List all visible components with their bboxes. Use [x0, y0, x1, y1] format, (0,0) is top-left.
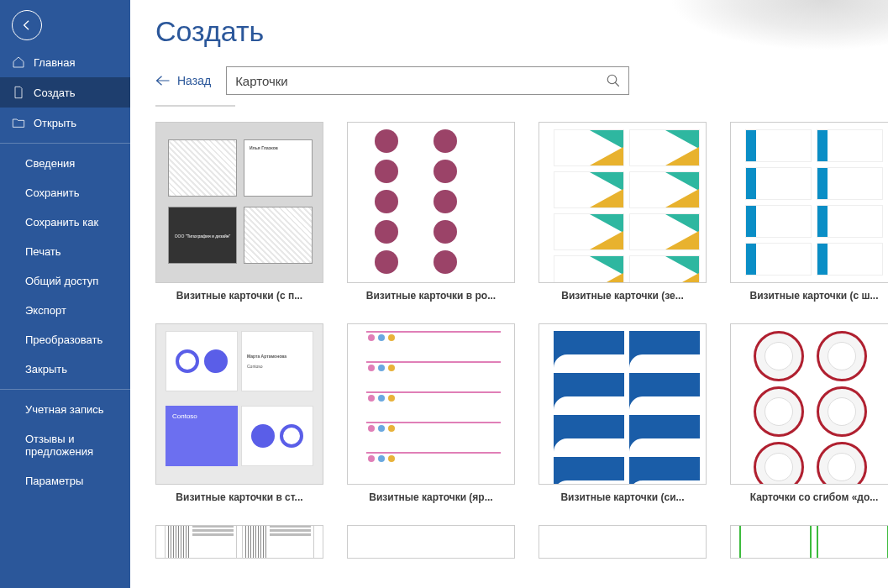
search-input[interactable]	[227, 74, 598, 88]
template-thumbnail	[347, 525, 515, 559]
nav-print-label: Печать	[25, 245, 61, 258]
template-item[interactable]: Илья Глазков ООО "Типография и дизайн" В…	[155, 122, 323, 302]
search-back-button[interactable]: Назад	[155, 74, 211, 87]
template-item[interactable]: Визитные карточки в ро...	[347, 122, 515, 302]
template-label: Визитные карточки в ро...	[347, 290, 515, 302]
search-button[interactable]	[598, 67, 628, 94]
template-thumbnail	[539, 323, 707, 485]
nav-saveas[interactable]: Сохранить как	[0, 207, 130, 237]
nav-export-label: Экспорт	[25, 304, 66, 317]
template-item[interactable]: Карточки со сгибом «до...	[730, 323, 888, 503]
nav-close[interactable]: Закрыть	[0, 354, 130, 384]
template-label: Визитные карточки (яр...	[347, 491, 515, 503]
template-item[interactable]: Марта АртамоноваContoso Contoso Визитные…	[155, 323, 323, 503]
nav-info-label: Сведения	[25, 157, 75, 170]
template-item[interactable]: Визитные карточки (си...	[539, 323, 707, 503]
arrow-left-icon	[20, 18, 34, 32]
nav-transform[interactable]: Преобразовать	[0, 325, 130, 354]
template-thumbnail	[155, 525, 323, 559]
main-panel: Создать Назад Илья Глазков ООО "Типограф…	[130, 0, 888, 588]
nav-save[interactable]: Сохранить	[0, 178, 130, 207]
template-label: Визитные карточки (си...	[539, 491, 707, 503]
document-icon	[12, 86, 25, 99]
template-label: Визитные карточки (с ш...	[730, 290, 888, 302]
template-item[interactable]: Визитные карточки (зе...	[539, 122, 707, 302]
nav-open-label: Открыть	[34, 117, 76, 129]
template-label: Визитные карточки (зе...	[539, 290, 707, 302]
template-item[interactable]	[730, 525, 888, 565]
nav-print[interactable]: Печать	[0, 237, 130, 266]
search-back-label: Назад	[177, 74, 211, 87]
template-thumbnail	[730, 122, 888, 283]
template-label: Карточки со сгибом «до...	[730, 491, 888, 503]
template-thumbnail: Марта АртамоноваContoso Contoso	[155, 323, 323, 485]
nav-create-label: Создать	[34, 87, 75, 99]
template-thumbnail	[730, 323, 888, 485]
nav-info[interactable]: Сведения	[0, 149, 130, 178]
nav-saveas-label: Сохранить как	[25, 216, 98, 228]
template-item[interactable]	[347, 525, 515, 565]
template-label: Визитные карточки (с п...	[155, 290, 323, 302]
template-item[interactable]	[539, 525, 707, 565]
svg-point-0	[607, 75, 617, 84]
nav-share-label: Общий доступ	[25, 275, 98, 287]
template-thumbnail: Илья Глазков ООО "Типография и дизайн"	[155, 122, 323, 283]
arrow-left-icon	[155, 76, 171, 86]
home-icon	[12, 55, 25, 69]
nav-options[interactable]: Параметры	[0, 466, 130, 496]
template-item[interactable]	[155, 525, 323, 565]
nav-separator-2	[0, 389, 130, 390]
folder-open-icon	[12, 116, 25, 129]
template-item[interactable]: Визитные карточки (с ш...	[730, 122, 888, 302]
template-thumbnail	[347, 122, 515, 283]
back-circle-button[interactable]	[12, 10, 42, 40]
nav-account-label: Учетная запись	[25, 403, 104, 416]
template-item[interactable]: Визитные карточки (яр...	[347, 323, 515, 503]
nav-create[interactable]: Создать	[0, 77, 130, 108]
nav-options-label: Параметры	[25, 475, 83, 487]
search-box	[226, 66, 629, 95]
nav-transform-label: Преобразовать	[25, 333, 102, 346]
nav-export[interactable]: Экспорт	[0, 296, 130, 325]
template-grid: Илья Глазков ООО "Типография и дизайн" В…	[155, 122, 863, 565]
template-thumbnail	[539, 525, 707, 559]
nav-share[interactable]: Общий доступ	[0, 266, 130, 296]
nav-open[interactable]: Открыть	[0, 108, 130, 138]
nav-separator	[0, 143, 130, 144]
page-title: Создать	[155, 15, 863, 48]
template-thumbnail	[730, 525, 888, 559]
nav-home-label: Главная	[34, 56, 75, 69]
search-row: Назад	[155, 66, 863, 95]
nav-save-label: Сохранить	[25, 186, 80, 199]
nav-feedback-label: Отзывы и предложения	[25, 433, 93, 458]
nav-feedback[interactable]: Отзывы и предложения	[0, 424, 130, 466]
template-label: Визитные карточки в ст...	[155, 491, 323, 503]
category-divider	[155, 105, 235, 107]
backstage-sidebar: Главная Создать Открыть Сведения Сохрани…	[0, 0, 130, 588]
nav-home[interactable]: Главная	[0, 47, 130, 77]
search-icon	[606, 73, 621, 88]
nav-close-label: Закрыть	[25, 363, 67, 375]
template-thumbnail	[539, 122, 707, 283]
nav-account[interactable]: Учетная запись	[0, 395, 130, 424]
template-thumbnail	[347, 323, 515, 485]
